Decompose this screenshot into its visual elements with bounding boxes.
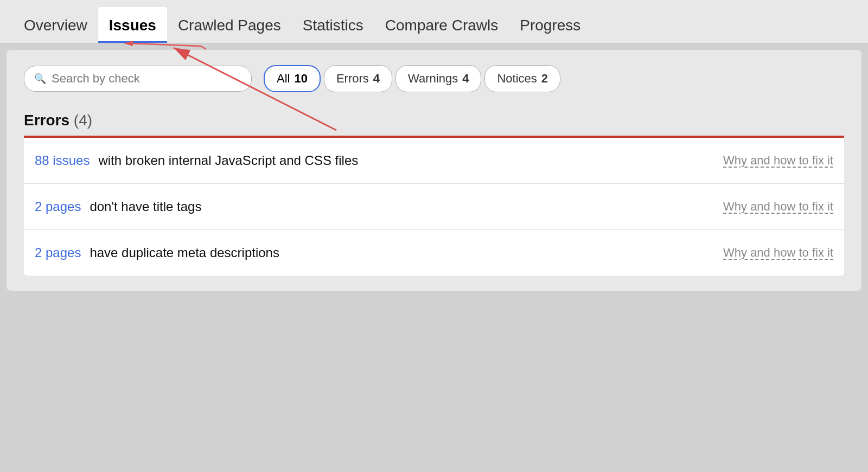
issue-list: 88 issues with broken internal JavaScrip…: [24, 138, 844, 276]
search-wrapper[interactable]: 🔍: [24, 66, 252, 92]
svg-line-0: [130, 43, 201, 46]
fix-link-1[interactable]: Why and how to fix it: [723, 154, 833, 168]
main-content: 🔍 All 10 Errors 4 Warnings 4 Notices 2: [7, 50, 861, 291]
table-row: 2 pages have duplicate meta descriptions…: [24, 230, 844, 276]
filter-errors[interactable]: Errors 4: [324, 65, 392, 92]
filter-bar: 🔍 All 10 Errors 4 Warnings 4 Notices 2: [24, 65, 844, 92]
errors-heading: Errors (4): [24, 112, 844, 129]
filter-all[interactable]: All 10: [264, 65, 321, 92]
issue-count-link-3[interactable]: 2 pages: [35, 245, 81, 260]
filter-warnings[interactable]: Warnings 4: [395, 65, 481, 92]
tab-statistics[interactable]: Statistics: [292, 7, 374, 43]
tab-bar: Overview Issues Crawled Pages Statistics…: [0, 0, 868, 43]
issue-count-link-2[interactable]: 2 pages: [35, 199, 81, 214]
tab-overview[interactable]: Overview: [13, 7, 98, 43]
issue-desc-1: with broken internal JavaScript and CSS …: [98, 153, 714, 168]
errors-section: Errors (4) 88 issues with broken interna…: [24, 112, 844, 276]
filter-buttons: All 10 Errors 4 Warnings 4 Notices 2: [264, 65, 560, 92]
issue-desc-3: have duplicate meta descriptions: [90, 245, 714, 260]
fix-link-2[interactable]: Why and how to fix it: [723, 200, 833, 214]
table-row: 2 pages don't have title tags Why and ho…: [24, 184, 844, 230]
issue-desc-2: don't have title tags: [90, 199, 714, 214]
filter-notices[interactable]: Notices 2: [484, 65, 560, 92]
issue-count-link-1[interactable]: 88 issues: [35, 153, 90, 168]
tab-issues[interactable]: Issues: [98, 7, 167, 43]
table-row: 88 issues with broken internal JavaScrip…: [24, 138, 844, 184]
tab-crawled-pages[interactable]: Crawled Pages: [167, 7, 292, 43]
tab-compare-crawls[interactable]: Compare Crawls: [374, 7, 509, 43]
search-input[interactable]: [52, 72, 241, 86]
fix-link-3[interactable]: Why and how to fix it: [723, 246, 833, 260]
search-icon: 🔍: [34, 73, 46, 85]
tab-progress[interactable]: Progress: [509, 7, 591, 43]
